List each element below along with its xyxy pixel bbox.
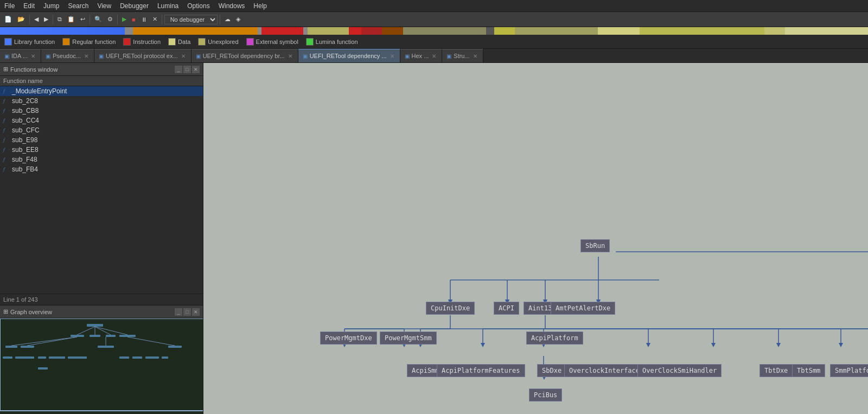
go-close-button[interactable]: ✕: [192, 308, 200, 316]
graph-button[interactable]: ◈: [234, 14, 242, 26]
open-button[interactable]: 📂: [15, 14, 27, 26]
svg-rect-4: [119, 335, 136, 337]
svg-rect-1: [71, 335, 84, 337]
main-layout: ⊞ Functions window _ □ ✕ Function name 𝑓…: [0, 63, 868, 414]
node-powermgmtdxe[interactable]: PowerMgmtDxe: [320, 332, 377, 345]
func-name-6: sub_EE8: [12, 146, 39, 154]
tab-uefi2[interactable]: ▣ UEFI_RETool dependency br... ✕: [192, 49, 298, 63]
node-sbrun[interactable]: SbRun: [580, 239, 610, 252]
search-button[interactable]: 🔍: [92, 14, 104, 26]
function-list[interactable]: 𝑓 _ModuleEntryPoint 𝑓 sub_2C8 𝑓 sub_CB8 …: [0, 86, 203, 294]
forward-button[interactable]: ▶: [42, 14, 50, 26]
tab-uefi1-label: UEFI_RETool protocol ex...: [106, 53, 178, 59]
graph-overview-label: Graph overview: [10, 309, 52, 315]
back-button[interactable]: ◀: [32, 14, 41, 26]
tab-uefi1-close[interactable]: ✕: [180, 53, 187, 59]
tab-pseudo[interactable]: ▣ Pseudoc... ✕: [41, 49, 94, 63]
copy-button[interactable]: ⧉: [55, 14, 64, 26]
func-item-sube98[interactable]: 𝑓 sub_E98: [0, 135, 203, 145]
node-smmplatform[interactable]: SmmPlatform: [830, 364, 868, 377]
svg-rect-15: [132, 356, 142, 359]
tab-ida[interactable]: ▣ IDA ... ✕: [0, 49, 41, 63]
function-name-column-header: Function name: [0, 76, 203, 86]
func-item-subcb8[interactable]: 𝑓 sub_CB8: [0, 106, 203, 116]
new-button[interactable]: 📄: [2, 14, 14, 26]
tab-hex-close[interactable]: ✕: [431, 53, 437, 59]
run-button[interactable]: ▶: [120, 14, 129, 26]
menu-help[interactable]: Help: [249, 1, 271, 11]
node-powermgmtsmm[interactable]: PowerMgmtSmm: [380, 332, 437, 345]
go-minimize-button[interactable]: _: [175, 308, 182, 316]
fw-maximize-button[interactable]: □: [183, 66, 191, 73]
functions-title-label: Functions window: [10, 66, 58, 73]
tab-pseudo-close[interactable]: ✕: [83, 53, 90, 59]
go-maximize-button[interactable]: □: [183, 308, 191, 316]
menu-edit[interactable]: Edit: [19, 1, 39, 11]
menu-view[interactable]: View: [93, 1, 116, 11]
svg-rect-5: [5, 346, 17, 348]
debugger-select[interactable]: No debugger: [164, 15, 218, 24]
svg-line-23: [95, 327, 127, 335]
fw-close-button[interactable]: ✕: [192, 66, 200, 73]
lumina-button[interactable]: ☁: [222, 14, 233, 26]
graph-overview-title: ⊞ Graph overview: [3, 308, 52, 315]
options-button[interactable]: ⚙: [105, 14, 115, 26]
undo-button[interactable]: ↩: [78, 14, 87, 26]
fw-minimize-button[interactable]: _: [175, 66, 182, 73]
tab-uefi3-close[interactable]: ✕: [389, 53, 395, 59]
menu-debugger[interactable]: Debugger: [116, 1, 153, 11]
func-name-2: sub_CB8: [12, 107, 39, 114]
func-item-sub2c8[interactable]: 𝑓 sub_2C8: [0, 96, 203, 106]
node-cpuinitdxe[interactable]: CpuInitDxe: [426, 302, 475, 315]
func-icon-0: 𝑓: [3, 88, 10, 94]
svg-marker-67: [776, 343, 781, 347]
tab-uefi2-close[interactable]: ✕: [287, 53, 293, 59]
menu-search[interactable]: Search: [63, 1, 93, 11]
func-item-subfb4[interactable]: 𝑓 sub_FB4: [0, 164, 203, 174]
menu-file[interactable]: File: [0, 1, 19, 11]
menu-jump[interactable]: Jump: [39, 1, 63, 11]
func-item-subcfc[interactable]: 𝑓 sub_CFC: [0, 125, 203, 135]
func-item-subcc4[interactable]: 𝑓 sub_CC4: [0, 116, 203, 125]
legend-lumina-color: [306, 38, 314, 46]
func-icon-8: 𝑓: [3, 166, 10, 173]
node-tbtsmm[interactable]: TbtSmm: [792, 364, 825, 377]
node-acpiplatformfeatures[interactable]: AcpiPlatformFeatures: [437, 364, 525, 377]
tab-ida-close[interactable]: ✕: [30, 53, 36, 59]
tab-hex[interactable]: ▣ Hex ... ✕: [400, 49, 443, 63]
tab-stru-icon: ▣: [446, 53, 451, 59]
func-item-moduleentrypoint[interactable]: 𝑓 _ModuleEntryPoint: [0, 86, 203, 96]
tab-uefi3[interactable]: ▣ UEFI_RETool dependency ... ✕: [298, 49, 400, 63]
node-overclocksmihandler[interactable]: OverClockSmiHandler: [637, 364, 722, 377]
node-sbdxe[interactable]: SbDxe: [537, 364, 566, 377]
node-tbtdxe[interactable]: TbtDxe: [760, 364, 793, 377]
svg-rect-7: [98, 346, 114, 348]
pause-button[interactable]: ⏸: [139, 14, 149, 26]
graph-overview-header: ⊞ Graph overview _ □ ✕: [0, 305, 203, 319]
stop-button[interactable]: ■: [130, 14, 138, 26]
paste-button[interactable]: 📋: [65, 14, 77, 26]
legend-unexplored-label: Unexplored: [208, 39, 238, 45]
menu-windows[interactable]: Windows: [214, 1, 250, 11]
node-pcibus[interactable]: PciBus: [529, 388, 562, 402]
tab-stru-close[interactable]: ✕: [472, 53, 478, 59]
tab-ida-icon: ▣: [4, 53, 9, 59]
detach-button[interactable]: ✕: [150, 14, 159, 26]
func-item-subf48[interactable]: 𝑓 sub_F48: [0, 155, 203, 164]
tab-stru[interactable]: ▣ Stru... ✕: [442, 49, 483, 63]
menu-options[interactable]: Options: [183, 1, 214, 11]
toolbar: 📄 📂 ◀ ▶ ⧉ 📋 ↩ 🔍 ⚙ ▶ ■ ⏸ ✕ No debugger ☁ …: [0, 12, 868, 27]
tab-uefi1[interactable]: ▣ UEFI_RETool protocol ex... ✕: [94, 49, 192, 63]
menu-lumina[interactable]: Lumina: [153, 1, 183, 11]
graph-overview-canvas[interactable]: [0, 319, 203, 414]
node-overclockinterface[interactable]: OverclockInterface: [564, 364, 644, 377]
node-acpi[interactable]: ACPI: [494, 302, 519, 315]
legend-library: Library function: [4, 38, 55, 46]
svg-rect-19: [0, 319, 203, 411]
graph-area[interactable]: SbRun CpuInitDxe ACPI Aint13 AmtPetAlert…: [203, 63, 868, 414]
node-amtpetalertdxe[interactable]: AmtPetAlertDxe: [551, 302, 615, 315]
svg-line-22: [95, 327, 111, 335]
func-item-subee8[interactable]: 𝑓 sub_EE8: [0, 145, 203, 155]
node-acpiplatform[interactable]: AcpiPlatform: [526, 332, 583, 345]
tabs-bar: ▣ IDA ... ✕ ▣ Pseudoc... ✕ ▣ UEFI_RETool…: [0, 49, 868, 63]
